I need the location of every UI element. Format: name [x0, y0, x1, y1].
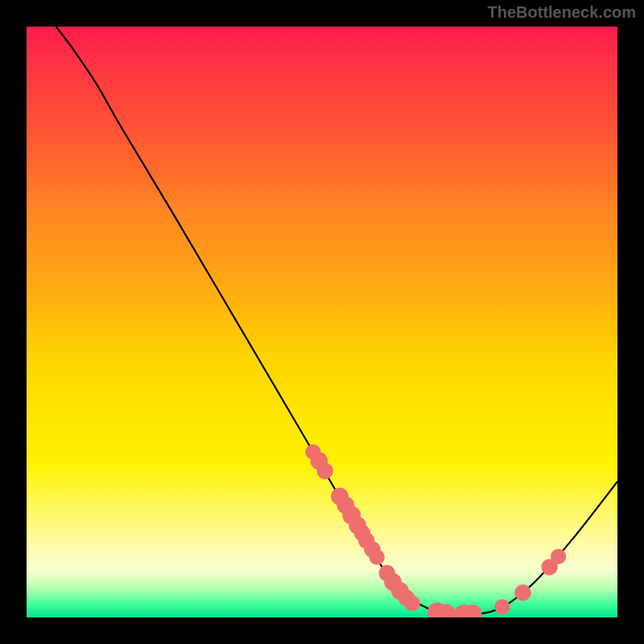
chart-marker [369, 550, 385, 565]
chart-marker [551, 549, 566, 564]
chart-marker [494, 599, 510, 614]
attribution-text: TheBottleneck.com [488, 3, 636, 22]
chart-markers [305, 444, 566, 617]
chart-marker [514, 584, 530, 601]
chart-marker [405, 596, 420, 611]
chart-plot-area [27, 27, 617, 617]
chart-overlay [27, 27, 617, 617]
chart-marker [316, 463, 332, 479]
chart-curve [56, 27, 617, 614]
